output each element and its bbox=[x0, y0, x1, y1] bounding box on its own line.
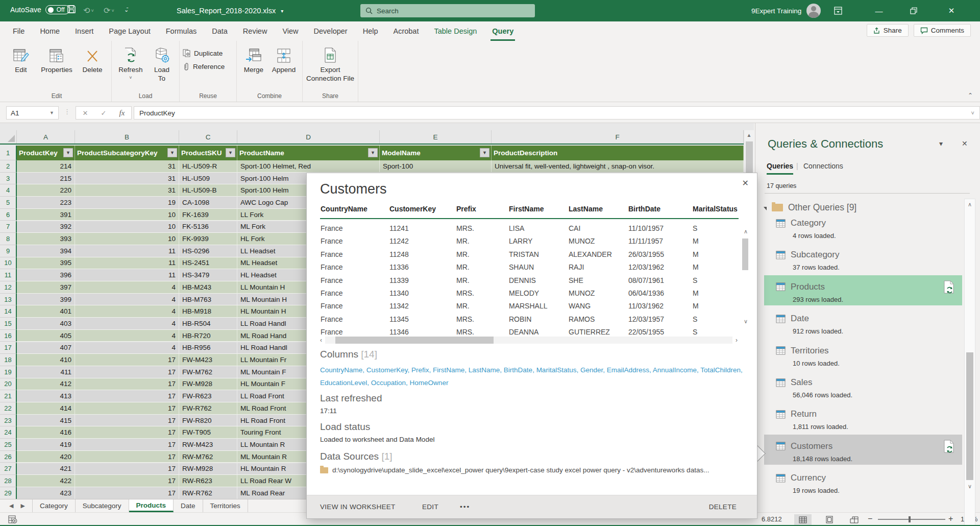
sheet-tab-territories[interactable]: Territories bbox=[203, 499, 248, 512]
popup-table-hscrollbar[interactable]: ‹ › bbox=[317, 336, 741, 345]
row-number[interactable]: 24 bbox=[0, 426, 17, 439]
delete-query-button[interactable]: Delete bbox=[77, 43, 108, 75]
grid-cell[interactable]: 17 bbox=[75, 378, 179, 391]
grid-cell[interactable]: 17 bbox=[75, 390, 179, 402]
panel-dropdown-icon[interactable]: ▾ bbox=[939, 139, 943, 148]
row-number[interactable]: 21 bbox=[0, 390, 17, 402]
row-number[interactable]: 15 bbox=[0, 318, 17, 330]
panel-scrollbar-thumb[interactable] bbox=[966, 352, 973, 480]
grid-cell[interactable]: 421 bbox=[17, 463, 75, 475]
grid-cell[interactable]: CA-1098 bbox=[179, 197, 237, 209]
document-title[interactable]: Sales_Report_2018-2020.xlsx ▾ bbox=[177, 0, 283, 21]
grid-cell[interactable]: Universal fit, well-vented, lightweight … bbox=[492, 160, 744, 173]
grid-cell[interactable]: 17 bbox=[75, 366, 179, 378]
table-header-cell[interactable]: ModelName▼ bbox=[380, 146, 492, 160]
data-source-path[interactable]: d:\synologydrive\update_slide_excel\exce… bbox=[320, 466, 709, 474]
grid-cell[interactable]: 4 bbox=[75, 281, 179, 294]
row-number[interactable]: 14 bbox=[0, 305, 17, 318]
grid-cell[interactable]: 396 bbox=[17, 269, 75, 281]
filter-dropdown-icon[interactable]: ▼ bbox=[480, 148, 489, 157]
sheet-tab-products[interactable]: Products bbox=[129, 499, 174, 512]
grid-cell[interactable]: 10 bbox=[75, 233, 179, 245]
grid-cell[interactable]: HB-M763 bbox=[179, 294, 237, 306]
grid-cell[interactable]: FW-M928 bbox=[179, 378, 237, 391]
grid-cell[interactable]: 411 bbox=[17, 366, 75, 378]
row-number[interactable]: 1 bbox=[0, 146, 17, 160]
grid-cell[interactable]: 19 bbox=[75, 197, 179, 209]
collapse-ribbon-icon[interactable]: ⌃ bbox=[968, 92, 973, 99]
grid-cell[interactable]: 215 bbox=[17, 173, 75, 185]
tab-file[interactable]: File bbox=[5, 21, 32, 41]
query-item-sales[interactable]: Sales bbox=[776, 377, 813, 388]
delete-button[interactable]: DELETE bbox=[709, 503, 737, 511]
grid-cell[interactable]: 399 bbox=[17, 294, 75, 306]
grid-cell[interactable]: 17 bbox=[75, 463, 179, 475]
grid-cell[interactable]: 17 bbox=[75, 402, 179, 415]
grid-cell[interactable]: FK-5136 bbox=[179, 221, 237, 233]
grid-cell[interactable]: HS-3479 bbox=[179, 269, 237, 281]
grid-cell[interactable]: FW-R623 bbox=[179, 390, 237, 402]
column-links[interactable]: CountryName, CustomerKey, Prefix, FirstN… bbox=[320, 364, 744, 390]
grid-cell[interactable]: HL-U509-B bbox=[179, 184, 237, 197]
append-button[interactable]: Append bbox=[268, 43, 299, 75]
avatar[interactable] bbox=[806, 4, 821, 18]
table-header-cell[interactable]: ProductDescription bbox=[492, 146, 744, 160]
tab-formulas[interactable]: Formulas bbox=[158, 21, 204, 41]
ribbon-display-options-icon[interactable] bbox=[827, 0, 849, 21]
tab-query[interactable]: Query bbox=[484, 21, 521, 41]
edit-query-button[interactable]: Edit bbox=[5, 43, 37, 75]
formula-bar-expand-icon[interactable]: ˅ bbox=[971, 110, 974, 116]
export-connection-file-button[interactable]: Export Connection File bbox=[306, 43, 355, 83]
query-item-category[interactable]: Category bbox=[776, 218, 826, 228]
row-number[interactable]: 25 bbox=[0, 439, 17, 451]
row-number[interactable]: 7 bbox=[0, 221, 17, 233]
popup-hscroll-thumb[interactable] bbox=[335, 337, 494, 344]
tab-acrobat[interactable]: Acrobat bbox=[385, 21, 426, 41]
grid-cell[interactable]: 220 bbox=[17, 184, 75, 197]
grid-cell[interactable]: 4 bbox=[75, 318, 179, 330]
undo-icon[interactable]: ⟲˅ bbox=[83, 6, 94, 15]
panel-close-icon[interactable]: ✕ bbox=[962, 139, 968, 148]
grid-cell[interactable]: 11 bbox=[75, 245, 179, 257]
grid-cell[interactable]: 394 bbox=[17, 245, 75, 257]
search-input[interactable]: Search bbox=[360, 4, 535, 17]
grid-cell[interactable]: HB-R956 bbox=[179, 342, 237, 354]
table-header-cell[interactable]: ProductName▼ bbox=[237, 146, 380, 160]
grid-cell[interactable]: 422 bbox=[17, 475, 75, 487]
grid-cell[interactable]: Sport-100 bbox=[380, 160, 492, 173]
grid-cell[interactable]: 31 bbox=[75, 184, 179, 197]
name-box[interactable]: A1 ▼ bbox=[6, 106, 59, 119]
panel-scroll-up-icon[interactable]: ∧ bbox=[965, 201, 975, 208]
grid-cell[interactable]: 11 bbox=[75, 257, 179, 270]
row-number[interactable]: 16 bbox=[0, 330, 17, 342]
row-number[interactable]: 13 bbox=[0, 294, 17, 306]
filter-dropdown-icon[interactable]: ▼ bbox=[63, 148, 73, 157]
grid-cell[interactable]: 17 bbox=[75, 475, 179, 487]
grid-cell[interactable]: 395 bbox=[17, 257, 75, 270]
quick-access-more-icon[interactable]: ⌄̄ bbox=[124, 7, 129, 13]
column-header-B[interactable]: B bbox=[75, 130, 179, 144]
grid-cell[interactable]: 420 bbox=[17, 451, 75, 463]
query-item-currency[interactable]: Currency bbox=[776, 473, 826, 483]
popup-vscroll-thumb[interactable] bbox=[742, 238, 748, 270]
grid-cell[interactable]: 397 bbox=[17, 281, 75, 294]
popup-close-icon[interactable]: ✕ bbox=[742, 178, 749, 188]
query-item-products[interactable]: Products bbox=[776, 282, 825, 292]
grid-cell[interactable]: 401 bbox=[17, 305, 75, 318]
grid-cell[interactable]: HS-0296 bbox=[179, 245, 237, 257]
grid-cell[interactable]: 415 bbox=[17, 415, 75, 427]
grid-cell[interactable]: HL-U509-R bbox=[179, 160, 237, 173]
grid-cell[interactable]: RW-M762 bbox=[179, 451, 237, 463]
grid-cell[interactable]: 4 bbox=[75, 305, 179, 318]
popup-table-vscrollbar[interactable]: ∧ ∨ bbox=[741, 222, 751, 338]
grid-cell[interactable]: 413 bbox=[17, 390, 75, 402]
grid-cell[interactable]: RW-R762 bbox=[179, 487, 237, 499]
account-area[interactable]: 9Expert Training bbox=[751, 0, 821, 21]
grid-cell[interactable]: 393 bbox=[17, 233, 75, 245]
grid-cell[interactable]: 4 bbox=[75, 294, 179, 306]
popup-scroll-up-icon[interactable]: ∧ bbox=[741, 228, 751, 235]
grid-cell[interactable]: HS-2451 bbox=[179, 257, 237, 270]
row-number[interactable]: 2 bbox=[0, 160, 17, 173]
grid-cell[interactable]: 405 bbox=[17, 330, 75, 342]
row-number[interactable]: 11 bbox=[0, 269, 17, 281]
